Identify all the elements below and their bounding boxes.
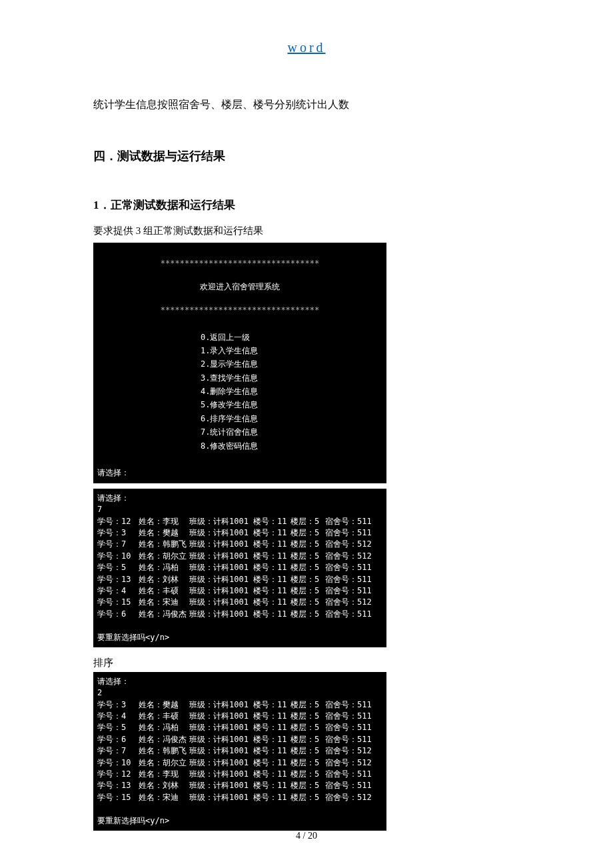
- table-row: 学号：4姓名：丰硕班级：计科1001楼号：11楼层：5宿舍号：511: [97, 711, 382, 722]
- retry-prompt-2: 要重新选择吗<y/n>: [97, 816, 169, 825]
- menu-title: 欢迎进入宿舍管理系统: [97, 281, 382, 293]
- header-link[interactable]: word: [93, 40, 520, 55]
- table-row: 学号：12姓名：李现班级：计科1001楼号：11楼层：5宿舍号：511: [97, 769, 382, 780]
- table-row: 学号：12姓名：李现班级：计科1001楼号：11楼层：5宿舍号：511: [97, 516, 382, 527]
- table-row: 学号：5姓名：冯柏班级：计科1001楼号：11楼层：5宿舍号：511: [97, 722, 382, 733]
- prompt-select: 请选择：: [97, 468, 129, 477]
- table-row: 学号：15姓名：宋迪班级：计科1001楼号：11楼层：5宿舍号：512: [97, 597, 382, 608]
- ascii-border-top: *********************************: [97, 258, 382, 269]
- console-table-unsorted: 请选择： 7 学号：12姓名：李现班级：计科1001楼号：11楼层：5宿舍号：5…: [93, 489, 386, 647]
- subsection-1-desc: 要求提供 3 组正常测试数据和运行结果: [93, 225, 520, 237]
- table-row: 学号：6姓名：冯俊杰班级：计科1001楼号：11楼层：5宿舍号：511: [97, 734, 382, 745]
- menu-item: 6.排序学生信息: [97, 413, 382, 425]
- table-row: 学号：10姓名：胡尔立班级：计科1001楼号：11楼层：5宿舍号：512: [97, 757, 382, 769]
- table-row: 学号：10姓名：胡尔立班级：计科1001楼号：11楼层：5宿舍号：512: [97, 551, 382, 562]
- page-number: 4 / 20: [0, 831, 613, 841]
- console-menu: ********************************* 欢迎进入宿舍…: [93, 243, 386, 483]
- prompt-select-3: 请选择：: [97, 677, 129, 686]
- table-row: 学号：5姓名：冯柏班级：计科1001楼号：11楼层：5宿舍号：511: [97, 562, 382, 573]
- ascii-border-bottom: *********************************: [97, 305, 382, 316]
- table-row: 学号：15姓名：宋迪班级：计科1001楼号：11楼层：5宿舍号：512: [97, 792, 382, 803]
- prompt-select-2: 请选择：: [97, 493, 129, 503]
- menu-item: 3.查找学生信息: [97, 373, 382, 384]
- choice-7: 7: [97, 505, 102, 514]
- table-row: 学号：3姓名：樊越班级：计科1001楼号：11楼层：5宿舍号：511: [97, 699, 382, 711]
- sort-label: 排序: [93, 657, 520, 669]
- menu-item: 8.修改密码信息: [97, 441, 382, 452]
- table-row: 学号：13姓名：刘林班级：计科1001楼号：11楼层：5宿舍号：511: [97, 574, 382, 585]
- menu-item: 2.显示学生信息: [97, 359, 382, 370]
- menu-item: 0.返回上一级: [97, 332, 382, 343]
- menu-item: 7.统计宿舍信息: [97, 427, 382, 438]
- intro-paragraph: 统计学生信息按照宿舍号、楼层、楼号分别统计出人数: [93, 95, 520, 115]
- choice-2: 2: [97, 688, 102, 697]
- menu-item: 1.录入学生信息: [97, 345, 382, 357]
- menu-item: 4.删除学生信息: [97, 386, 382, 397]
- table-row: 学号：4姓名：丰硕班级：计科1001楼号：11楼层：5宿舍号：511: [97, 585, 382, 597]
- table-row: 学号：7姓名：韩鹏飞班级：计科1001楼号：11楼层：5宿舍号：512: [97, 745, 382, 757]
- header-link-text: word: [287, 40, 325, 55]
- table-row: 学号：13姓名：刘林班级：计科1001楼号：11楼层：5宿舍号：511: [97, 780, 382, 791]
- table-row: 学号：3姓名：樊越班级：计科1001楼号：11楼层：5宿舍号：511: [97, 527, 382, 539]
- retry-prompt-1: 要重新选择吗<y/n>: [97, 633, 169, 642]
- subsection-1-heading: 1．正常测试数据和运行结果: [93, 197, 520, 213]
- console-table-sorted: 请选择： 2 学号：3姓名：樊越班级：计科1001楼号：11楼层：5宿舍号：51…: [93, 672, 386, 831]
- section-4-heading: 四．测试数据与运行结果: [93, 148, 520, 164]
- table-row: 学号：7姓名：韩鹏飞班级：计科1001楼号：11楼层：5宿舍号：512: [97, 539, 382, 550]
- table-row: 学号：6姓名：冯俊杰班级：计科1001楼号：11楼层：5宿舍号：511: [97, 609, 382, 620]
- menu-item: 5.修改学生信息: [97, 399, 382, 411]
